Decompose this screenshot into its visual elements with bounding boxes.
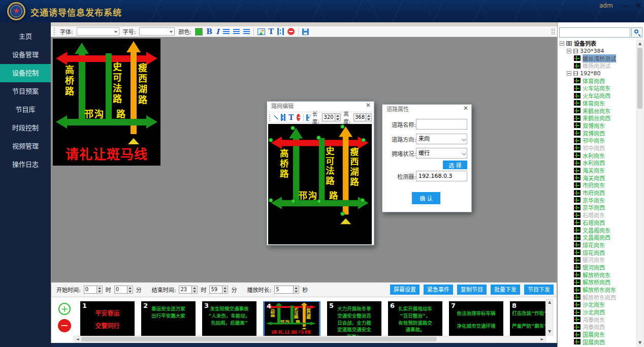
device-tree-item[interactable]: 沙北岗西 [559,308,636,316]
align-center-icon[interactable] [233,29,240,35]
program-thumbnail[interactable]: 1 平安春运 交警同行 [80,301,135,336]
text-tool-button[interactable]: T [269,27,274,36]
scroll-right-icon[interactable] [539,336,545,342]
program-thumbnail-selected[interactable]: 高桥路 史可法路 瘦西湖路 邗沟 路 请礼让斑马线 4 [263,301,320,338]
sidebar-item-program-library[interactable]: 节目库 [0,101,51,119]
tree-root[interactable]: 设备列表 [559,40,636,47]
align-left-icon[interactable] [223,29,230,35]
text-tool-button[interactable]: T [288,113,294,121]
user-name[interactable]: adm [599,2,613,9]
color-swatch[interactable] [195,28,203,36]
device-tree-item[interactable]: 银河岗东 [559,256,636,264]
sidebar-item-device-control[interactable]: 设备控制 [0,64,51,82]
sidebar-item-device-management[interactable]: 设备管理 [0,46,51,64]
action-button[interactable]: 复制节目 [457,285,487,295]
editable-road-network[interactable]: 高桥路 史可法路 瘦西湖路 邗沟 路 [268,124,372,244]
screen-preview[interactable]: 高桥路 史可法路 瘦西湖路 邗沟 路 请礼让斑马线 [53,39,160,166]
vertical-scrollbar[interactable] [546,299,553,335]
program-thumbnail[interactable]: 8 打击改装“炸街” 严查严防“飙车” [510,301,545,336]
road-name-input[interactable] [416,119,467,130]
edit-handle[interactable] [340,124,345,129]
device-tree-item[interactable]: 鸿泰岗西 [559,323,636,331]
dialog-close-button[interactable] [463,105,468,112]
device-tree-item[interactable]: 维扬岗测试 [559,62,636,70]
sidebar-item-video-management[interactable]: 视频管理 [0,137,51,155]
road-tool-icon[interactable] [281,114,285,121]
save-icon[interactable] [306,114,309,121]
device-tree-item[interactable]: 京华岗东 [559,196,636,204]
duration-spinner[interactable]: 5 [274,286,299,294]
device-tree-item[interactable]: 文昌阁岗西 [559,234,636,241]
device-tree-item[interactable]: 鸿泰岗东 [559,316,636,323]
device-tree-item[interactable]: 琼花岗东 [559,241,636,249]
program-thumbnail[interactable]: 3 发生轻微交通事故 “人未伤，车能动， 先拍照，后撤离” [202,301,256,336]
device-tree-item[interactable]: 银河岗西 [559,264,636,271]
program-thumbnail[interactable]: 5 大力开展秋冬季 交通安全整治百 日会战，全力稳 定道路交通安全 形势！ [327,301,381,336]
edit-handle[interactable] [317,199,321,204]
device-tree-item[interactable]: 解放桥东岗东 [559,286,636,294]
program-thumbnail[interactable]: 6 扎实开展电动车 “百日整治”， 有效预防道路交 通事故。 [388,301,442,336]
tree-scrollbar[interactable] [636,40,643,346]
scroll-down-icon[interactable] [637,339,643,346]
edit-handle[interactable] [360,198,365,203]
edit-handle[interactable] [361,138,366,142]
edit-handle[interactable] [340,212,345,216]
remove-program-button[interactable] [58,319,71,332]
start-hour-spinner[interactable]: 0 [84,286,103,294]
add-program-button[interactable] [58,303,71,315]
select-button[interactable]: 选 择 [443,161,467,169]
device-tree-item[interactable]: 石塔岗东 [559,211,636,219]
horizontal-scrollbar[interactable] [74,336,546,342]
congestion-select[interactable]: 缓行 [416,148,467,159]
tree-group-192x80[interactable]: 192*80 [559,70,636,77]
minimize-button[interactable] [619,0,631,11]
dialog-close-button[interactable] [366,102,371,109]
collapse-icon[interactable] [560,41,564,46]
device-tree-item[interactable]: 沙北岗东 [559,301,636,308]
edit-handle[interactable] [316,136,321,140]
device-tree-item[interactable]: 解放桥岗西 [559,278,636,286]
tree-group-320x384[interactable]: 320*384 [559,47,636,55]
insert-image-icon[interactable] [257,28,265,35]
device-tree-item[interactable]: 国展岗西 [559,338,636,346]
collapse-icon[interactable] [567,49,571,53]
device-tree-item[interactable]: 体育岗西 [559,77,636,84]
device-tree-item[interactable]: 螺丝湾桥测试 [559,54,636,62]
device-tree-item[interactable]: 琼花岗西 [559,248,636,256]
device-tree-item[interactable]: 双博岗东 [559,122,636,130]
toolbar-overflow-grip[interactable] [552,28,555,35]
bold-button[interactable]: B [206,27,212,36]
scroll-up-icon[interactable] [637,40,643,47]
device-tree-item[interactable]: 邗中岗西 [559,144,636,152]
device-tree-item[interactable]: 来鹤台岗东 [559,107,636,114]
device-tree-item[interactable]: 来鹤台岗西 [559,114,636,122]
action-button[interactable]: 节目下发 [524,285,554,295]
action-button[interactable]: 屏幕设置 [390,285,420,295]
device-tree-item[interactable]: 文昌阁岗东 [559,226,636,234]
editor-canvas[interactable]: 高桥路 史可法路 瘦西湖路 邗沟 路 [268,124,372,244]
action-button[interactable]: 紧急事件 [424,285,453,295]
height-spinner[interactable]: 368 [353,113,372,121]
length-spinner[interactable]: 320 [322,113,340,121]
toolbar-grip[interactable] [54,28,55,35]
device-tree-item[interactable]: 水利岗西 [559,159,636,167]
end-minute-spinner[interactable]: 59 [209,286,228,294]
close-button[interactable] [633,0,644,11]
edit-handle[interactable] [291,126,295,131]
edit-handle[interactable] [269,198,273,203]
end-hour-spinner[interactable]: 23 [179,286,198,294]
device-tree-item[interactable]: 解放桥东岗西 [559,293,636,301]
device-tree-item[interactable]: 火车站岗西 [559,92,636,100]
sidebar-item-time-control[interactable]: 时段控制 [0,119,51,137]
scrollbar-thumb[interactable] [637,48,642,109]
confirm-button[interactable]: 确 认 [412,192,440,204]
sidebar-item-program-plan[interactable]: 节目预案 [0,82,51,101]
scrollbar-thumb[interactable] [81,337,437,341]
draw-line-icon[interactable] [274,114,277,121]
device-tree-item[interactable]: 海关岗西 [559,174,636,181]
scroll-left-icon[interactable] [74,336,81,342]
sidebar-item-operation-log[interactable]: 操作日志 [0,155,51,174]
edit-handle[interactable] [269,138,273,142]
edit-handle[interactable] [291,199,296,204]
device-tree-item[interactable]: 双博岗西 [559,129,636,137]
